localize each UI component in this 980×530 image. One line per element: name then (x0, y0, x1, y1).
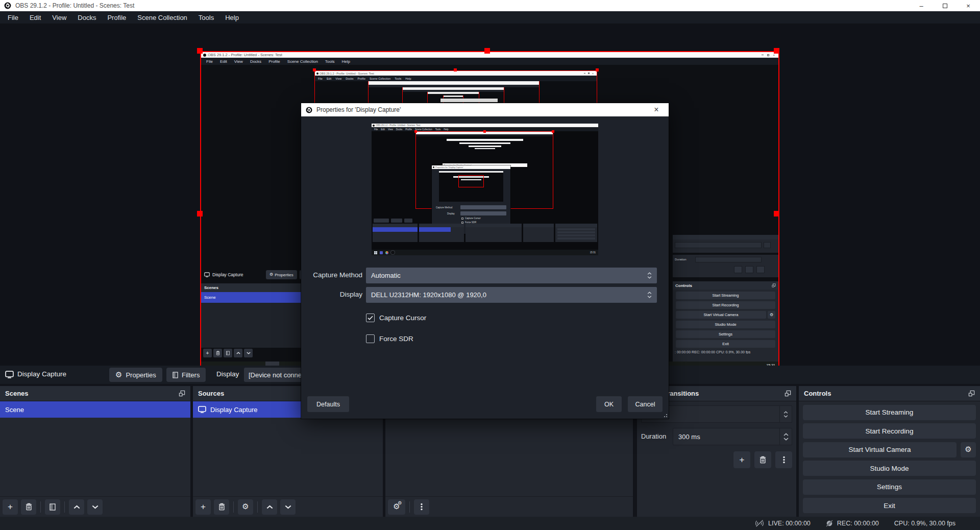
captured-menu-item: Docks (247, 59, 265, 64)
audio-mixer-toolbar: ⚙⚙ (385, 496, 633, 517)
dialog-preview-image: OBS 29.1.2 - Profile: Untitled - Scenes:… (372, 124, 598, 255)
captured-status-text: : 00:00:00 REC: 00:00:00 CPU: 0.9%, 30.0… (675, 350, 776, 354)
duration-spinbox[interactable]: 300 ms (673, 428, 792, 445)
capture-method-label: Capture Method (301, 271, 362, 279)
transition-menu-button[interactable] (775, 451, 792, 468)
dialog-close-button[interactable]: × (649, 105, 664, 114)
record-icon (826, 520, 833, 527)
studio-mode-button[interactable]: Studio Mode (803, 461, 976, 476)
window-title: OBS 29.1.2 - Profile: Untitled - Scenes:… (15, 2, 134, 9)
remove-transition-button[interactable] (754, 451, 771, 468)
properties-dialog: Properties for 'Display Capture' × OBS 2… (301, 103, 669, 419)
controls-panel: Controls Start Streaming Start Recording… (799, 386, 980, 517)
check-icon (368, 316, 373, 320)
sources-toolbar: + ⚙ (193, 496, 383, 517)
force-sdr-checkbox[interactable]: Force SDR (366, 334, 413, 343)
menu-docks[interactable]: Docks (72, 14, 102, 21)
display-label: Display (301, 291, 362, 298)
monitor-icon (204, 272, 210, 277)
close-button[interactable]: × (957, 0, 980, 11)
menu-file[interactable]: File (2, 14, 24, 21)
settings-button[interactable]: Settings (803, 479, 976, 495)
scene-down-button[interactable] (87, 499, 103, 515)
start-virtual-camera-button[interactable]: Start Virtual Camera (803, 442, 957, 457)
selection-handle[interactable] (197, 211, 203, 216)
live-status: LIVE: 00:00:00 (755, 520, 811, 527)
duration-label: Duration (641, 432, 666, 440)
add-source-button[interactable]: + (195, 499, 211, 515)
filters-button[interactable]: Filters (166, 368, 206, 382)
virtual-camera-settings-button[interactable]: ⚙ (961, 442, 976, 457)
source-down-button[interactable] (280, 499, 296, 515)
maximize-icon (943, 4, 947, 8)
add-transition-button[interactable]: + (733, 451, 750, 468)
cancel-button[interactable]: Cancel (628, 396, 663, 412)
resize-grip[interactable] (662, 412, 667, 417)
remove-source-button[interactable] (214, 499, 229, 515)
dialog-titlebar[interactable]: Properties for 'Display Capture' × (301, 103, 669, 116)
start-recording-button[interactable]: Start Recording (803, 423, 976, 439)
source-up-button[interactable] (262, 499, 277, 515)
context-display-label: Display (216, 370, 239, 378)
nested-window-title: OBS 29.1.2 - Profile: Untitled - Scenes:… (320, 72, 374, 75)
menu-edit[interactable]: Edit (24, 14, 46, 21)
obs-logo-icon (4, 2, 11, 9)
gear-icon: ⚙ (270, 273, 273, 277)
scene-list-item[interactable]: Scene (0, 401, 190, 418)
selection-handle[interactable] (774, 211, 779, 216)
selection-handle[interactable] (484, 48, 490, 54)
menu-view[interactable]: View (46, 14, 72, 21)
chevron-up-icon (647, 292, 652, 294)
advanced-audio-button[interactable]: ⚙⚙ (388, 499, 405, 515)
capture-cursor-checkbox[interactable]: Capture Cursor (366, 314, 426, 322)
display-select[interactable]: DELL U2312HM: 1920x1080 @ 1920,0 (366, 287, 657, 303)
maximize-button[interactable] (933, 0, 957, 11)
chevron-up-icon (783, 411, 788, 414)
scene-filters-button[interactable] (45, 499, 60, 515)
start-streaming-button[interactable]: Start Streaming (803, 405, 976, 420)
menu-scene-collection[interactable]: Scene Collection (132, 14, 193, 21)
scenes-panel: Scenes Scene + (0, 386, 190, 517)
ok-button[interactable]: OK (596, 396, 622, 412)
chevron-down-icon (647, 296, 652, 298)
chevron-up-icon (647, 272, 652, 275)
popout-icon[interactable] (179, 390, 185, 397)
minimize-button[interactable]: – (910, 0, 933, 11)
exit-button[interactable]: Exit (803, 498, 976, 513)
dialog-title: Properties for 'Display Capture' (316, 106, 401, 113)
menu-help[interactable]: Help (219, 14, 244, 21)
obs-logo-icon (306, 107, 312, 113)
source-properties-button[interactable]: ⚙ (238, 499, 253, 515)
popout-icon[interactable] (968, 390, 975, 397)
captured-window-title: OBS 29.1.2 - Profile: Untitled - Scenes:… (208, 53, 282, 57)
gear-icon: ⚙ (115, 371, 122, 379)
chevron-down-icon (783, 415, 788, 418)
menu-tools[interactable]: Tools (193, 14, 219, 21)
menu-profile[interactable]: Profile (102, 14, 132, 21)
scene-up-button[interactable] (69, 499, 84, 515)
mixer-menu-button[interactable] (414, 499, 429, 515)
captured-controls-panel: Controls Start Streaming Start Recording… (673, 281, 778, 362)
defaults-button[interactable]: Defaults (307, 396, 349, 412)
captured-menu-item: Tools (322, 59, 338, 64)
captured-scenes-toolbar: + (203, 349, 253, 357)
scenes-toolbar: + (0, 496, 190, 517)
captured-window-buttons: × (762, 54, 776, 57)
properties-button[interactable]: ⚙ Properties (109, 368, 162, 382)
popout-icon[interactable] (785, 390, 791, 397)
captured-menu-item: Scene Collection (284, 59, 322, 64)
captured-menubar: File Edit View Docks Profile Scene Colle… (201, 58, 778, 65)
captured-menu-item: Help (338, 59, 354, 64)
selection-handle[interactable] (774, 48, 779, 54)
monitor-icon (198, 406, 206, 413)
remove-scene-button[interactable] (21, 499, 36, 515)
rec-status: REC: 00:00:00 (826, 520, 879, 527)
captured-properties-button: ⚙ Properties (266, 270, 297, 279)
capture-method-select[interactable]: Automatic (366, 268, 657, 283)
chevron-down-icon (647, 276, 652, 279)
selection-handle[interactable] (197, 48, 203, 54)
captured-context-bar: Display Capture (204, 269, 243, 280)
captured-right-panels: Duration (673, 235, 778, 280)
add-scene-button[interactable]: + (3, 499, 18, 515)
controls-panel-header: Controls (799, 386, 980, 401)
